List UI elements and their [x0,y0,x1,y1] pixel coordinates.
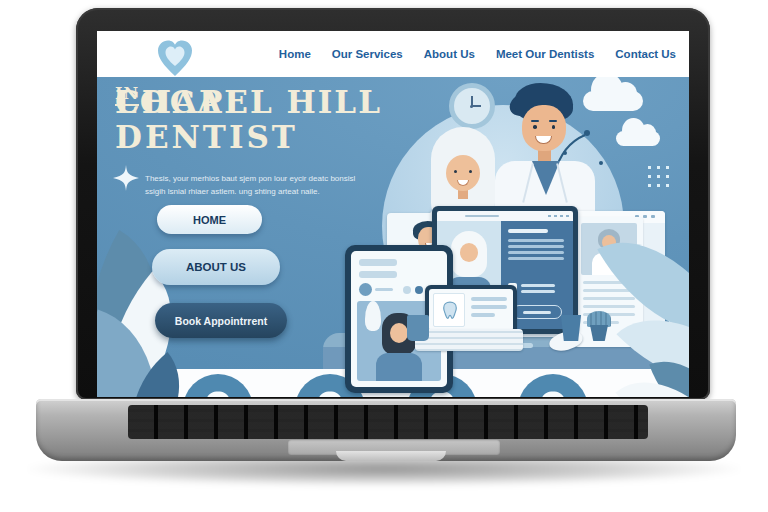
mini-laptop-screen [429,289,513,331]
book-appointment-button[interactable]: Book Appointrrent [155,303,287,338]
plant-illustration [587,311,611,341]
tooth-icon [518,374,588,397]
text-line-placeholder [508,251,564,254]
text-line-placeholder [359,271,397,278]
hero-subtext: Thesis, your merhios baut sjem pon lour … [145,172,385,185]
text-line-placeholder [508,257,564,260]
monitor-browser-bar [437,211,573,221]
laptop-keyboard [128,405,648,439]
text-line-placeholder [465,215,499,218]
laptop-base [36,399,736,461]
heart-logo-icon[interactable] [155,37,195,79]
dot [415,286,423,294]
cloud-icon [616,131,660,146]
monitor-cta-button [512,305,562,319]
text-line-placeholder [471,313,495,317]
website-screen: Home Our Services About Us Meet Our Dent… [97,31,689,397]
coat-lapel [556,163,568,202]
nav-menu: Home Our Services About Us Meet Our Dent… [279,31,676,77]
mini-laptop-illustration [425,285,517,335]
eye [469,170,472,173]
text-line-placeholder [508,239,564,242]
subtext-line2: ssigih lsnial rhiaer astlem. ung shting … [145,185,320,198]
nav-link-our-services[interactable]: Our Services [332,48,403,60]
subtext-line1: Thesis, your merhios baut sjem pon lour … [145,172,355,185]
tooth-icon [438,296,462,324]
clock-icon [449,83,495,129]
text-line-placeholder [471,297,507,301]
face [460,243,478,262]
laptop-screen-bezel: Home Our Services About Us Meet Our Dent… [76,8,710,400]
tooth-icon [183,374,253,397]
text-line-placeholder [523,311,551,314]
navbar: Home Our Services About Us Meet Our Dent… [97,31,689,77]
hero-section: LOCAL DENTIST INCHAPEL HILL Thesis, your… [97,77,689,369]
headline-city: CHAPEL HILL [115,85,382,120]
toolbar-dot [566,215,569,218]
toolbar-dot [548,215,551,218]
brow [549,120,557,122]
text-line-placeholder [471,305,507,309]
about-us-button[interactable]: ABOUT US [152,249,280,285]
toolbar-dot [643,215,647,218]
text-line-placeholder [521,290,555,293]
toolbar-dot [554,215,557,218]
text-line-placeholder [508,229,548,233]
decor-dots [645,163,672,190]
home-button[interactable]: HOME [157,205,262,234]
eye [533,125,537,129]
brow [531,120,539,122]
nav-link-contact-us[interactable]: Contact Us [615,48,676,60]
text-line-placeholder [583,305,635,308]
coat-lapel [522,163,534,202]
plant-leaves [587,311,611,327]
body [376,353,422,381]
toolbar-dot [651,215,655,218]
face [390,323,408,343]
flower-illustration [365,301,381,331]
tooth-image-card [433,293,465,327]
laptop-lid-notch [336,451,446,461]
page-background: Home Our Services About Us Meet Our Dent… [0,0,768,512]
text-line-placeholder [583,297,635,300]
clock-center-pin [470,105,473,108]
eye [454,170,457,173]
text-line-placeholder [359,259,397,266]
smile [457,180,469,186]
dot [403,286,411,294]
smile [535,136,552,144]
nav-link-about-us[interactable]: About Us [424,48,475,60]
nav-link-home[interactable]: Home [279,48,311,60]
text-line-placeholder [375,288,393,291]
woman-face [446,155,480,191]
pencil-cup-illustration [407,315,429,341]
text-line-placeholder [508,245,564,248]
nav-link-meet-our-dentists[interactable]: Meet Our Dentists [496,48,594,60]
eye [552,125,556,129]
plant-pot [590,325,608,341]
text-line-placeholder [521,284,555,287]
avatar [359,283,372,296]
toolbar-dot [560,215,563,218]
man-face [522,105,566,151]
keyboard-illustration [415,329,523,351]
sparkle-icon [113,165,139,191]
